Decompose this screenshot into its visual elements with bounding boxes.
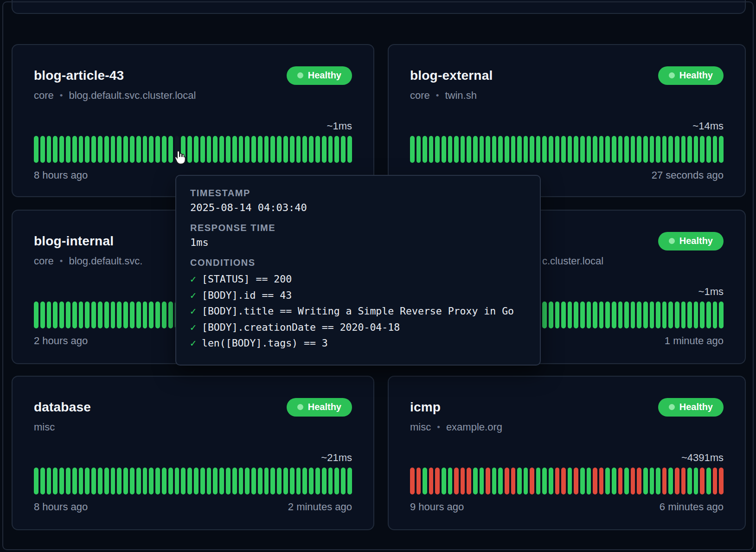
uptime-bar[interactable] — [618, 136, 623, 163]
uptime-bar[interactable] — [435, 468, 440, 494]
uptime-bar[interactable] — [40, 302, 45, 328]
uptime-bar[interactable] — [631, 136, 635, 163]
uptime-bar[interactable] — [662, 302, 667, 328]
uptime-bar[interactable] — [104, 468, 109, 494]
uptime-bar[interactable] — [700, 468, 705, 494]
uptime-bar[interactable] — [181, 136, 186, 163]
uptime-bar[interactable] — [277, 468, 282, 494]
uptime-bar[interactable] — [568, 468, 572, 494]
uptime-bar[interactable] — [232, 468, 237, 494]
uptime-bar[interactable] — [98, 136, 103, 163]
uptime-bar[interactable] — [155, 302, 160, 328]
uptime-bar[interactable] — [334, 468, 339, 494]
uptime-bar[interactable] — [593, 136, 597, 163]
uptime-bar[interactable] — [187, 136, 192, 163]
uptime-bar[interactable] — [713, 136, 718, 163]
uptime-bar[interactable] — [334, 136, 339, 163]
uptime-bar[interactable] — [66, 468, 70, 494]
uptime-bar[interactable] — [618, 468, 623, 494]
uptime-bar[interactable] — [34, 302, 38, 328]
uptime-bar[interactable] — [66, 302, 70, 328]
uptime-bar[interactable] — [130, 302, 135, 328]
uptime-bar[interactable] — [130, 468, 135, 494]
uptime-bar[interactable] — [91, 468, 96, 494]
uptime-bar[interactable] — [498, 468, 503, 494]
uptime-bar[interactable] — [53, 468, 58, 494]
uptime-bar[interactable] — [561, 302, 566, 328]
uptime-bar[interactable] — [480, 468, 484, 494]
uptime-bar[interactable] — [322, 136, 327, 163]
uptime-bar[interactable] — [194, 468, 199, 494]
uptime-bar[interactable] — [706, 468, 711, 494]
uptime-bar[interactable] — [536, 468, 541, 494]
uptime-bar[interactable] — [187, 468, 192, 494]
uptime-bar[interactable] — [232, 136, 237, 163]
uptime-bar[interactable] — [549, 468, 553, 494]
uptime-bar[interactable] — [341, 468, 346, 494]
uptime-bar[interactable] — [650, 136, 654, 163]
uptime-bar[interactable] — [517, 136, 522, 163]
uptime-bar[interactable] — [467, 136, 471, 163]
uptime-bar[interactable] — [524, 468, 528, 494]
uptime-bar[interactable] — [162, 468, 167, 494]
uptime-bar[interactable] — [694, 136, 698, 163]
uptime-bar[interactable] — [675, 302, 679, 328]
uptime-bar[interactable] — [656, 302, 660, 328]
uptime-bar[interactable] — [34, 468, 38, 494]
uptime-bar[interactable] — [442, 136, 446, 163]
uptime-bar[interactable] — [530, 136, 534, 163]
uptime-bar[interactable] — [694, 302, 698, 328]
uptime-bar[interactable] — [580, 302, 585, 328]
uptime-bar[interactable] — [599, 136, 604, 163]
uptime-bar[interactable] — [593, 302, 597, 328]
uptime-bar[interactable] — [245, 136, 250, 163]
uptime-bar[interactable] — [200, 468, 205, 494]
uptime-bar[interactable] — [239, 136, 243, 163]
uptime-bar[interactable] — [561, 468, 566, 494]
endpoint-card[interactable]: icmp Healthy misc•example.org ~4391ms 9 … — [388, 376, 746, 530]
uptime-bar[interactable] — [605, 468, 610, 494]
uptime-bar[interactable] — [448, 136, 453, 163]
uptime-bar[interactable] — [492, 136, 497, 163]
uptime-bar[interactable] — [47, 468, 51, 494]
uptime-bar[interactable] — [168, 302, 173, 328]
uptime-bar[interactable] — [429, 136, 434, 163]
uptime-bar[interactable] — [568, 302, 572, 328]
uptime-bar[interactable] — [643, 302, 648, 328]
uptime-bar[interactable] — [226, 468, 231, 494]
uptime-bar[interactable] — [79, 302, 83, 328]
uptime-bar[interactable] — [637, 468, 641, 494]
uptime-bar[interactable] — [302, 136, 307, 163]
uptime-bar[interactable] — [91, 136, 96, 163]
uptime-bar[interactable] — [40, 468, 45, 494]
uptime-bar[interactable] — [85, 136, 90, 163]
uptime-bar[interactable] — [277, 136, 282, 163]
uptime-bar[interactable] — [473, 136, 478, 163]
uptime-bar[interactable] — [111, 136, 115, 163]
uptime-bar[interactable] — [213, 136, 218, 163]
uptime-bar[interactable] — [605, 136, 610, 163]
uptime-bar[interactable] — [442, 468, 446, 494]
uptime-bar[interactable] — [315, 136, 320, 163]
uptime-bar[interactable] — [270, 136, 275, 163]
uptime-bar[interactable] — [435, 136, 440, 163]
uptime-bar[interactable] — [149, 302, 154, 328]
uptime-bar[interactable] — [650, 302, 654, 328]
uptime-bar[interactable] — [668, 302, 673, 328]
uptime-bar[interactable] — [296, 136, 301, 163]
uptime-bar[interactable] — [624, 468, 629, 494]
uptime-bar[interactable] — [181, 468, 186, 494]
uptime-bar[interactable] — [270, 468, 275, 494]
uptime-bar[interactable] — [668, 468, 673, 494]
uptime-bar[interactable] — [542, 302, 547, 328]
uptime-bar[interactable] — [347, 136, 352, 163]
uptime-bar[interactable] — [423, 136, 427, 163]
uptime-bar[interactable] — [542, 468, 547, 494]
uptime-bar[interactable] — [258, 468, 263, 494]
uptime-bar[interactable] — [168, 468, 173, 494]
uptime-bar[interactable] — [264, 136, 269, 163]
uptime-bar[interactable] — [587, 468, 591, 494]
uptime-bar[interactable] — [143, 302, 147, 328]
uptime-bar[interactable] — [283, 136, 288, 163]
endpoint-title[interactable]: icmp — [410, 400, 441, 415]
